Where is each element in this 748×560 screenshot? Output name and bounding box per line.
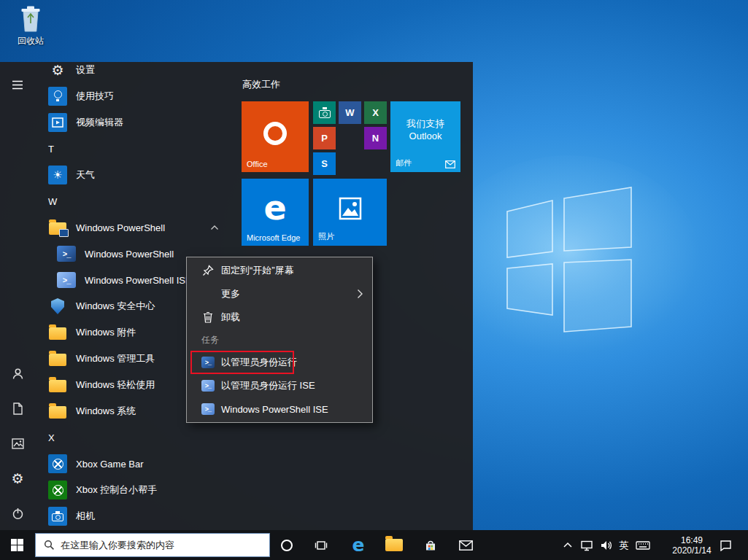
tile-office[interactable]: Office [242, 101, 309, 172]
settings-button[interactable] [0, 461, 35, 496]
start-menu-rail [0, 62, 35, 530]
pin-icon [201, 265, 215, 276]
keyboard-icon [636, 540, 650, 551]
tile-microsoft-edge[interactable]: Microsoft Edge [242, 179, 309, 246]
tray-show-hidden-button[interactable] [559, 530, 577, 560]
cortana-button[interactable] [272, 530, 301, 560]
file-explorer-button[interactable] [379, 530, 409, 560]
action-center-button[interactable] [712, 530, 739, 560]
app-section-T[interactable]: T [35, 136, 226, 162]
tile-excel[interactable]: X [364, 101, 387, 124]
folder-icon [48, 323, 67, 342]
context-pin-to-start[interactable]: 固定到“开始”屏幕 [187, 259, 372, 282]
context-tasks-header: 任务 [187, 329, 372, 351]
task-view-icon [315, 540, 328, 551]
document-icon [12, 402, 23, 415]
tile-mail[interactable]: 我们支持 Outlook 邮件 [390, 101, 460, 172]
tile-word[interactable]: W [339, 101, 361, 124]
pictures-button[interactable] [0, 426, 35, 461]
mail-tile-text: 我们支持 Outlook [390, 101, 460, 142]
powershell-context-menu: 固定到“开始”屏幕 更多 卸载 任务 以管理员身份运行 以管理员身份运行 ISE [186, 257, 373, 423]
network-icon [580, 540, 595, 551]
recycle-bin-label: 回收站 [10, 35, 51, 47]
app-section-W[interactable]: W [35, 188, 226, 214]
app-folder-powershell-expanded[interactable]: Windows PowerShell [35, 214, 226, 241]
small-tile-grid: W X P N S [313, 101, 387, 172]
xbox-green-icon [48, 481, 67, 499]
store-button[interactable] [416, 530, 445, 560]
ime-label: 英 [620, 539, 629, 552]
volume-tray-button[interactable] [597, 530, 616, 560]
camera-icon [319, 110, 331, 118]
app-item-video-editor[interactable]: 视频编辑器 [35, 109, 226, 136]
xbox-icon [48, 454, 67, 473]
chevron-up-icon [563, 542, 573, 548]
tray-time: 16:49 [681, 535, 703, 545]
ime-indicator[interactable]: 英 [616, 530, 632, 560]
context-uninstall[interactable]: 卸载 [187, 306, 372, 329]
gear-icon [11, 470, 23, 486]
tile-camera-small[interactable] [313, 101, 336, 124]
edge-taskbar-button[interactable] [344, 530, 373, 560]
recycle-bin[interactable]: 回收站 [10, 4, 51, 47]
mail-envelope-icon [459, 540, 473, 551]
network-tray-button[interactable] [578, 530, 597, 560]
context-run-as-admin[interactable]: 以管理员身份运行 [187, 351, 372, 374]
pictures-icon [12, 438, 24, 449]
tile-skype[interactable]: S [313, 152, 336, 175]
video-editor-icon [48, 113, 67, 132]
taskbar-search-box[interactable] [35, 533, 270, 557]
folder-icon [385, 539, 403, 551]
folder-icon [48, 349, 67, 368]
app-item-tips[interactable]: 使用技巧 [35, 83, 226, 109]
app-item-xbox-console-companion[interactable]: Xbox 控制台小帮手 [35, 477, 226, 503]
trash-icon [201, 311, 215, 323]
weather-icon [48, 166, 67, 184]
mail-envelope-icon [445, 160, 455, 168]
folder-icon [48, 402, 67, 421]
tile-powerpoint[interactable]: P [313, 127, 336, 149]
search-input[interactable] [61, 540, 269, 551]
powershell-icon [57, 244, 76, 263]
speaker-icon [600, 540, 613, 551]
expand-menu-button[interactable] [0, 67, 35, 102]
touch-keyboard-button[interactable] [633, 530, 652, 560]
chevron-up-icon [210, 225, 219, 230]
app-item-settings[interactable]: 设置 [35, 62, 226, 83]
app-section-X[interactable]: X [35, 424, 226, 451]
action-center-icon [720, 540, 732, 551]
tile-photos[interactable]: 照片 [313, 179, 387, 246]
user-button[interactable] [0, 356, 35, 391]
context-powershell-ise[interactable]: Windows PowerShell ISE [187, 397, 372, 421]
chevron-right-icon [356, 289, 363, 299]
power-icon [12, 508, 24, 520]
lightbulb-icon [48, 87, 67, 106]
screen: 回收站 [0, 0, 748, 560]
context-run-as-admin-ise[interactable]: 以管理员身份运行 ISE [187, 374, 372, 397]
powershell-folder-icon [48, 218, 67, 237]
context-more[interactable]: 更多 [187, 282, 372, 306]
edge-logo-icon [263, 188, 286, 228]
folder-icon [48, 376, 67, 394]
edge-icon [352, 534, 365, 556]
app-item-weather[interactable]: 天气 [35, 162, 226, 188]
task-view-button[interactable] [306, 530, 336, 560]
mail-button[interactable] [451, 530, 480, 560]
tray-date: 2020/1/14 [672, 545, 711, 556]
gear-icon [48, 62, 67, 79]
power-button[interactable] [0, 496, 35, 530]
tile-group-title[interactable]: 高效工作 [242, 78, 280, 91]
app-item-xbox-game-bar[interactable]: Xbox Game Bar [35, 451, 226, 477]
cortana-icon [281, 540, 293, 551]
app-item-camera[interactable]: 相机 [35, 503, 226, 529]
powershell-icon [201, 357, 215, 368]
start-button[interactable] [0, 530, 34, 560]
tile-onenote[interactable]: N [364, 127, 387, 149]
security-shield-icon [48, 297, 67, 316]
powershell-ise-icon [57, 271, 76, 289]
taskbar: 英 16:49 2020/1/14 [0, 530, 748, 560]
hamburger-icon [12, 80, 23, 90]
documents-button[interactable] [0, 391, 35, 426]
office-logo-icon [263, 122, 287, 145]
store-bag-icon [424, 539, 437, 552]
